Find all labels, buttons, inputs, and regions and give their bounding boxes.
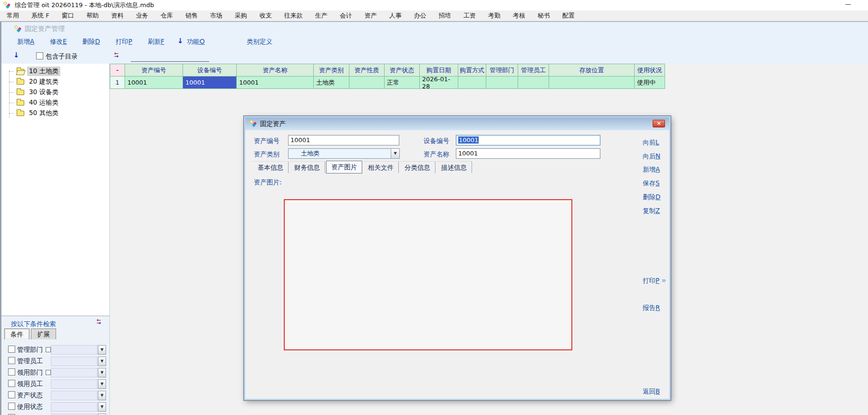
toolbar-delete-button[interactable]: 删除D <box>82 38 100 46</box>
asset-no-input[interactable]: 10001 <box>288 135 399 145</box>
use-dept-checkbox[interactable] <box>8 368 15 376</box>
dialog-copy-button[interactable]: 复制Z <box>643 207 660 215</box>
grid-swap-icon[interactable]: ←→ <box>114 52 118 58</box>
menu-item-shengchan[interactable]: 生产 <box>315 11 328 20</box>
menu-item-yewu[interactable]: 业务 <box>136 11 148 20</box>
column-header-status[interactable]: 资产状态 <box>385 64 420 77</box>
cell-manage-staff[interactable] <box>518 77 549 89</box>
cell-category[interactable]: 土地类 <box>314 77 349 89</box>
asset-status-dropdown[interactable] <box>51 391 97 400</box>
search-swap-icon[interactable]: ←→ <box>96 319 101 325</box>
dialog-tab-finance[interactable]: 财务信息 <box>289 161 325 173</box>
column-header-purchase-method[interactable]: 购置方式 <box>458 64 486 77</box>
menu-item-cangku[interactable]: 仓库 <box>161 11 173 20</box>
dialog-delete-button[interactable]: 删除D <box>643 193 660 202</box>
dropdown-arrow-icon[interactable]: ▼ <box>98 391 106 400</box>
device-no-input[interactable]: 10001 <box>456 135 600 145</box>
tree-item-building[interactable]: 20 建筑类 <box>9 77 60 87</box>
menu-item-zhaopei[interactable]: 招培 <box>439 11 451 20</box>
manage-dept-dropdown[interactable] <box>51 345 97 355</box>
dialog-tab-basic[interactable]: 基本信息 <box>253 161 289 173</box>
use-staff-dropdown[interactable] <box>51 379 97 389</box>
tree-collapse-arrow-icon[interactable]: ↓ <box>13 51 19 59</box>
menu-item-peizhi[interactable]: 配置 <box>562 11 575 20</box>
dialog-back-button[interactable]: 返回B <box>643 387 660 396</box>
cell-status[interactable]: 正常 <box>385 77 420 89</box>
asset-status-checkbox[interactable] <box>8 391 15 398</box>
column-header-usage[interactable]: 使用状况 <box>635 64 665 77</box>
search-tab-extended[interactable]: 扩展 <box>31 328 56 339</box>
tree-item-equipment[interactable]: 30 设备类 <box>9 87 60 97</box>
toolbar-refresh-button[interactable]: 刷新F <box>148 38 164 46</box>
menu-item-kuaiji[interactable]: 会计 <box>340 11 352 20</box>
column-header-asset-no[interactable]: 资产编号 <box>125 64 183 77</box>
dialog-print-button[interactable]: 打印P » <box>643 276 665 285</box>
dialog-tab-description[interactable]: 描述信息 <box>436 161 472 173</box>
table-filter-field[interactable] <box>131 61 209 62</box>
dialog-prev-button[interactable]: 向前L <box>643 138 659 147</box>
menu-item-changyong[interactable]: 常用 <box>7 11 19 20</box>
include-subdir-checkbox[interactable] <box>36 52 43 59</box>
menu-item-bangong[interactable]: 办公 <box>414 11 426 20</box>
column-header-device-no[interactable]: 设备编号 <box>183 64 237 77</box>
column-header-manage-dept[interactable]: 管理部门 <box>486 64 518 77</box>
menu-item-gongzi[interactable]: 工资 <box>463 11 476 20</box>
use-staff-checkbox[interactable] <box>8 380 15 387</box>
menu-item-zichan[interactable]: 资产 <box>365 11 377 20</box>
toolbar-add-button[interactable]: 新增A <box>17 38 34 46</box>
column-header-location[interactable]: 存放位置 <box>549 64 635 77</box>
cell-purchase-method[interactable] <box>458 77 486 89</box>
dialog-titlebar[interactable]: 固定资产 <box>245 117 669 130</box>
column-header-asset-name[interactable]: 资产名称 <box>237 64 314 77</box>
cell-manage-dept[interactable] <box>486 77 518 89</box>
cell-asset-name[interactable]: 10001 <box>237 77 314 89</box>
row-number-cell[interactable]: 1 <box>110 77 125 89</box>
cell-nature[interactable] <box>349 77 385 89</box>
dialog-tab-files[interactable]: 相关文件 <box>363 161 399 173</box>
dialog-tab-image[interactable]: 资产图片 <box>326 161 362 174</box>
dialog-add-button[interactable]: 新增A <box>643 165 660 174</box>
toolbar-category-define-button[interactable]: 类别定义 <box>247 38 272 46</box>
cell-usage[interactable]: 使用中 <box>635 77 665 89</box>
cell-device-no-selected[interactable]: 10001 <box>183 77 237 89</box>
toolbar-function-button[interactable]: 功能O <box>187 38 205 46</box>
cell-asset-no[interactable]: 10001 <box>125 77 183 89</box>
menu-item-wanglaikuan[interactable]: 往来款 <box>284 11 303 20</box>
menu-item-kaoqin[interactable]: 考勤 <box>488 11 501 20</box>
tree-item-land[interactable]: 10 土地类 <box>9 67 60 76</box>
menu-item-caigou[interactable]: 采购 <box>235 11 247 20</box>
menu-item-ziliao[interactable]: 资料 <box>111 11 124 20</box>
use-dept-dropdown[interactable] <box>51 368 97 377</box>
category-dropdown-arrow-icon[interactable]: ▼ <box>391 148 400 159</box>
dialog-tab-classify[interactable]: 分类信息 <box>400 161 435 173</box>
dialog-next-button[interactable]: 向后N <box>643 152 660 161</box>
menu-item-xitong[interactable]: 系统 F <box>31 11 49 20</box>
cell-purchase-date[interactable]: 2026-01-28 <box>420 77 458 89</box>
column-header-nature[interactable]: 资产性质 <box>349 64 385 77</box>
column-header-manage-staff[interactable]: 管理员工 <box>518 64 549 77</box>
tree-item-transport[interactable]: 40 运输类 <box>9 98 60 107</box>
menu-item-shichang[interactable]: 市场 <box>210 11 222 20</box>
menu-item-bangzhu[interactable]: 帮助 <box>87 11 99 20</box>
menu-item-shouzhi[interactable]: 收支 <box>260 11 272 20</box>
cell-location[interactable] <box>549 77 635 89</box>
dropdown-arrow-icon[interactable]: ▼ <box>98 379 106 389</box>
menu-item-mishu[interactable]: 秘书 <box>538 11 550 20</box>
manage-staff-dropdown[interactable] <box>51 357 97 366</box>
usage-status-dropdown[interactable] <box>51 402 97 412</box>
manage-dept-checkbox[interactable] <box>8 346 15 353</box>
menu-item-chuangkou[interactable]: 窗口 <box>62 11 74 20</box>
table-row[interactable]: 1 10001 10001 10001 土地类 正常 2026-01-28 使用… <box>110 77 665 89</box>
manage-dept-sub-checkbox[interactable] <box>46 347 51 352</box>
search-tab-condition[interactable]: 条件 <box>4 328 29 339</box>
menu-item-kaohe[interactable]: 考核 <box>513 11 525 20</box>
dropdown-arrow-icon[interactable]: ▼ <box>98 368 106 377</box>
menu-item-renshi[interactable]: 人事 <box>389 11 402 20</box>
dropdown-arrow-icon[interactable]: ▼ <box>98 357 106 366</box>
tree-item-other[interactable]: 50 其他类 <box>9 108 60 118</box>
dialog-report-button[interactable]: 报告R <box>643 304 660 312</box>
usage-status-checkbox[interactable] <box>8 403 15 410</box>
manage-staff-checkbox[interactable] <box>8 357 15 364</box>
column-header-marker[interactable]: - <box>110 64 125 77</box>
menu-item-xiaoshou[interactable]: 销售 <box>185 11 198 20</box>
